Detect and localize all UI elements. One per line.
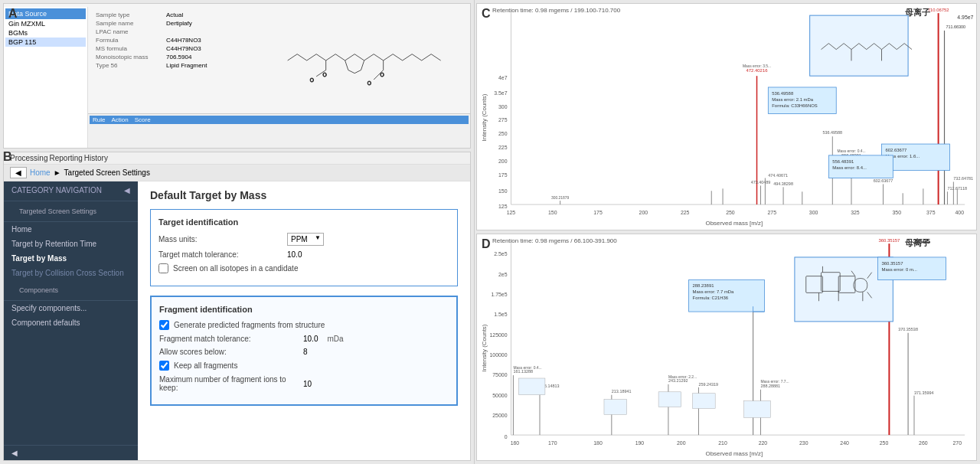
svg-text:325: 325 [851, 210, 860, 215]
generate-fragments-checkbox[interactable] [159, 320, 169, 330]
sidebar-item-home[interactable]: Home [4, 222, 138, 237]
svg-text:2.5e5: 2.5e5 [494, 251, 507, 257]
svg-text:210: 210 [718, 440, 727, 446]
svg-text:Observed mass [m/z]: Observed mass [m/z] [706, 450, 763, 457]
svg-text:375: 375 [926, 210, 936, 215]
sidebar-item-mass[interactable]: Target by Mass [4, 251, 138, 266]
right-half: C 母离子 Retention time: 0.98 mgems / 199.1… [475, 0, 980, 464]
panel-a-bottom: Rule Action Score [88, 113, 470, 148]
max-fragments-row: Maximum number of fragment ions to keep:… [159, 375, 449, 392]
svg-text:190: 190 [635, 440, 645, 446]
svg-text:250: 250 [880, 440, 889, 446]
breadcrumb-separator: ► [54, 168, 61, 177]
breadcrumb-home[interactable]: Home [30, 168, 51, 177]
svg-text:230: 230 [799, 440, 808, 446]
target-id-title: Target identification [158, 217, 449, 227]
svg-text:225: 225 [681, 210, 690, 215]
svg-text:Formula: C21H36: Formula: C21H36 [693, 296, 729, 300]
panel-c-chart: 125 150 175 200 225 250 275 300 3.5e7 4e… [477, 4, 976, 230]
nav-item-1[interactable]: BGMs [5, 28, 86, 38]
svg-text:472.40216: 472.40216 [746, 68, 769, 73]
target-identification-section: Target identification Mass units: PPM mD… [150, 209, 458, 286]
nav-item-0[interactable]: Gin MZXML [5, 19, 86, 28]
svg-text:275: 275 [498, 117, 508, 123]
panel-b-topbar: Processing Reporting History [4, 152, 470, 165]
content-title: Default Target by Mass [150, 189, 458, 201]
svg-text:150: 150 [498, 188, 508, 194]
svg-text:O: O [323, 71, 327, 77]
prop-label-1: Sample name [94, 20, 163, 27]
svg-text:Mass error: 3.5...: Mass error: 3.5... [743, 64, 771, 68]
tab-reporting[interactable]: Reporting [49, 154, 82, 162]
svg-text:Mass error: 0.4...: Mass error: 0.4... [513, 366, 541, 370]
svg-rect-152 [604, 400, 627, 415]
fragment-id-title: Fragment identification [159, 305, 449, 314]
tolerance-label: Target match tolerance: [158, 250, 281, 259]
panel-b-label: B [3, 152, 12, 164]
isotopes-checkbox[interactable] [158, 263, 168, 273]
generate-fragments-row: Generate predicted fragments from struct… [159, 320, 449, 330]
main-content-area: Default Target by Mass Target identifica… [138, 181, 470, 460]
svg-rect-154 [693, 394, 716, 409]
svg-text:536.49588: 536.49588 [772, 91, 794, 96]
svg-text:Intensity (Counts): Intensity (Counts) [481, 324, 488, 371]
sidebar-components-section: Components [4, 280, 138, 301]
sidebar-item-retention[interactable]: Target by Retention Time [4, 237, 138, 251]
match-tolerance-label: Fragment match tolerance: [159, 335, 297, 343]
svg-text:360.35157: 360.35157 [878, 238, 900, 243]
mass-units-select[interactable]: PPM mDa [287, 233, 324, 246]
svg-text:Mass error: 7.7...: Mass error: 7.7... [760, 380, 789, 384]
max-fragments-label: Maximum number of fragment ions to keep: [159, 375, 297, 392]
tab-processing[interactable]: Processing [10, 154, 47, 162]
svg-rect-155 [744, 401, 771, 418]
sidebar-item-defaults[interactable]: Component defaults [4, 315, 138, 330]
svg-text:270: 270 [953, 440, 962, 446]
sidebar-category-nav: Category Navigation ◀ [4, 181, 138, 201]
svg-text:75000: 75000 [492, 372, 507, 377]
svg-text:474.40671: 474.40671 [768, 173, 788, 178]
prop-value-0: Actual [165, 11, 265, 18]
svg-text:371.35994: 371.35994 [914, 390, 934, 395]
svg-rect-153 [658, 392, 681, 407]
svg-text:100000: 100000 [489, 352, 507, 358]
panel-a-properties: Sample typeActual Sample nameDertiplafy … [90, 8, 270, 72]
svg-text:200: 200 [498, 158, 508, 164]
keep-fragments-row: Keep all fragments [159, 361, 449, 371]
sidebar-collapse-icon[interactable]: ◀ [124, 186, 130, 194]
sidebar-item-ccs: Target by Collision Cross Section [4, 266, 138, 280]
svg-text:4.95e7: 4.95e7 [957, 15, 973, 20]
back-button[interactable]: ◀ [10, 167, 27, 178]
prop-label-4: MS formula [94, 45, 163, 52]
keep-fragments-checkbox[interactable] [159, 361, 169, 371]
nav-item-2[interactable]: BGP 115 [5, 38, 86, 47]
svg-text:200: 200 [677, 440, 686, 446]
prop-label-3: Formula [94, 37, 163, 44]
svg-text:602.63677: 602.63677 [874, 178, 893, 183]
panel-c: C 母离子 Retention time: 0.98 mgems / 199.1… [476, 3, 977, 230]
panel-b-topbar-left: Processing Reporting History [10, 154, 108, 162]
isotopes-checkbox-row: Screen on all isotopes in a candidate [158, 263, 449, 273]
svg-text:240: 240 [840, 440, 849, 446]
main-container: Data Source Gin MZXML BGMs BGP 115 Sampl… [0, 0, 980, 464]
svg-text:Mass error: 2.1 mDa: Mass error: 2.1 mDa [772, 97, 814, 102]
svg-text:220: 220 [759, 440, 768, 446]
prop-label-5: Monoisotopic mass [94, 54, 163, 60]
svg-text:Mass error: 2.2...: Mass error: 2.2... [668, 375, 697, 379]
panel-d-subtitle: Retention time: 0.98 mgems / 66.100-391.… [492, 237, 617, 244]
svg-text:400: 400 [956, 210, 965, 215]
svg-text:170: 170 [548, 440, 557, 446]
svg-text:288.23891: 288.23891 [693, 283, 714, 288]
sidebar-collapse-bottom[interactable]: ◀ [4, 445, 138, 460]
svg-text:200: 200 [639, 210, 648, 215]
svg-text:350: 350 [893, 210, 902, 215]
svg-text:360.35157: 360.35157 [882, 261, 903, 266]
svg-text:Mass error: 0.4...: Mass error: 0.4... [837, 149, 865, 153]
sidebar-item-specify[interactable]: Specify components... [4, 301, 138, 315]
prop-value-4: C44H79NO3 [165, 45, 265, 52]
molecule-structure: O O O O [271, 22, 470, 99]
tab-history[interactable]: History [84, 154, 108, 162]
scores-value: 8 [303, 348, 308, 356]
prop-value-3: C44H78NO3 [165, 37, 265, 44]
svg-text:25000: 25000 [492, 413, 507, 418]
svg-text:300: 300 [809, 210, 818, 215]
